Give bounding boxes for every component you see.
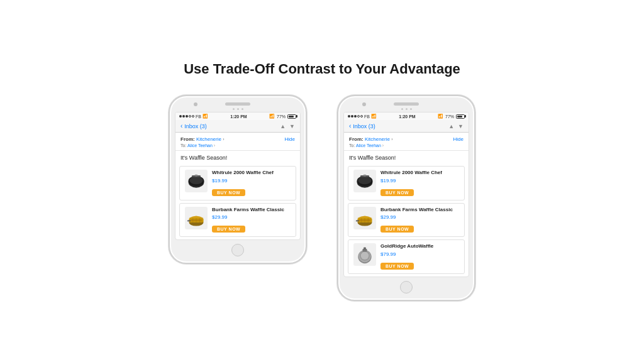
product-price-right-1: $29.99 [380, 214, 459, 220]
dot [233, 108, 235, 110]
svg-point-16 [363, 175, 366, 177]
home-button-right[interactable] [400, 281, 413, 293]
inbox-label-left[interactable]: Inbox (3) [184, 123, 207, 129]
waffle-img-dark-top [186, 171, 207, 191]
nav-back-left[interactable]: ‹ Inbox (3) [180, 123, 207, 129]
battery-fill-right [457, 116, 462, 118]
buy-now-button-left-0[interactable]: BUY NOW [212, 189, 245, 196]
from-name-left[interactable]: Kitchenerie [196, 136, 221, 142]
from-label-right: From: [349, 136, 364, 142]
product-item-left-0: Whitrule 2000 Waffle Chef $19.99 BUY NOW [179, 166, 296, 200]
phone-top-right [343, 102, 469, 106]
dot [401, 108, 403, 110]
product-price-left-0: $19.99 [212, 178, 291, 184]
battery-body-right [456, 114, 465, 119]
status-time-left: 1:20 PM [230, 114, 247, 119]
hide-button-left[interactable]: Hide [285, 136, 295, 142]
email-from-block-right: From: Kitchenerie › To: Alice Teehan › [349, 136, 393, 148]
product-name-left-0: Whitrule 2000 Waffle Chef [212, 170, 291, 176]
page-title: Use Trade-Off Contrast to Your Advantage [184, 61, 460, 77]
to-name-right[interactable]: Alice Teehan [356, 143, 381, 148]
email-to-left: To: Alice Teehan › [180, 143, 225, 148]
to-label-left: To: [180, 143, 186, 148]
home-button-left[interactable] [231, 244, 244, 256]
hide-button-right[interactable]: Hide [453, 136, 464, 142]
to-name-left[interactable]: Alice Teehan [187, 143, 213, 148]
product-item-right-0: Whitrule 2000 Waffle Chef $19.99 BUY NOW [348, 166, 465, 200]
chevron-left-icon-right: ‹ [349, 123, 351, 129]
dot [242, 108, 243, 110]
product-price-left-1: $29.99 [212, 214, 291, 220]
buy-now-button-right-2[interactable]: BUY NOW [380, 263, 414, 270]
svg-point-27 [361, 252, 369, 260]
waffle-img-open-golden-right [354, 208, 375, 228]
phones-container: FB 📶 1:20 PM 📶 77% ‹ [169, 95, 475, 300]
waffle-img-dark-top-right [354, 171, 375, 191]
to-label-right: To: [349, 143, 355, 148]
status-right-left: 📶 77% [269, 114, 296, 119]
from-chevron-left: › [223, 137, 224, 141]
signal-dot [351, 115, 353, 118]
to-chevron-right: › [382, 143, 384, 148]
nav-bar-right[interactable]: ‹ Inbox (3) ▲ ▼ [344, 120, 469, 133]
phone-bottom-left [175, 244, 301, 256]
from-name-right[interactable]: Kitchenerie [365, 136, 390, 142]
inbox-label-right[interactable]: Inbox (3) [353, 123, 375, 129]
product-info-right-1: Burbank Farms Waffle Classic $29.99 BUY … [380, 207, 459, 233]
battery-icon-left [287, 114, 296, 119]
phone-dots-right [343, 108, 469, 110]
svg-point-2 [189, 177, 203, 184]
email-to-right: To: Alice Teehan › [349, 143, 393, 148]
signal-dots [179, 115, 194, 118]
status-time-right: 1:20 PM [399, 114, 415, 119]
email-from-right: From: Kitchenerie › [349, 136, 393, 142]
nav-back-right[interactable]: ‹ Inbox (3) [349, 123, 375, 129]
bluetooth-icon: 📶 [269, 114, 275, 119]
nav-bar-left[interactable]: ‹ Inbox (3) ▲ ▼ [175, 120, 300, 133]
up-arrow-left[interactable]: ▲ [280, 123, 286, 129]
buy-now-button-right-0[interactable]: BUY NOW [380, 189, 414, 196]
nav-arrows-right: ▲ ▼ [448, 123, 464, 129]
chevron-left-icon: ‹ [180, 123, 182, 129]
product-img-left-0 [185, 170, 208, 192]
product-info-right-2: GoldRidge AutoWaffle $79.99 BUY NOW [380, 243, 459, 270]
from-chevron-right: › [391, 137, 392, 141]
email-header-right: From: Kitchenerie › To: Alice Teehan › H… [344, 133, 469, 151]
product-info-left-0: Whitrule 2000 Waffle Chef $19.99 BUY NOW [212, 170, 291, 196]
buy-now-button-right-1[interactable]: BUY NOW [380, 226, 414, 233]
signal-dots-right [348, 115, 363, 118]
battery-icon-right [456, 114, 465, 119]
svg-rect-29 [364, 248, 366, 250]
product-img-right-2 [353, 243, 376, 266]
phone-left: FB 📶 1:20 PM 📶 77% ‹ [169, 95, 307, 264]
buy-now-button-left-1[interactable]: BUY NOW [212, 226, 245, 233]
dot [410, 108, 412, 110]
dot [237, 108, 239, 110]
carrier-label: FB [196, 114, 201, 119]
product-price-right-0: $19.99 [380, 178, 459, 184]
phone-right: FB 📶 1:20 PM 📶 77% ‹ [337, 95, 475, 300]
product-info-left-1: Burbank Farms Waffle Classic $29.99 BUY … [212, 207, 291, 233]
up-arrow-right[interactable]: ▲ [448, 123, 454, 129]
email-subject-right: It's Waffle Season! [344, 151, 469, 163]
speaker-right [394, 102, 419, 106]
dot [406, 108, 408, 110]
battery-body [287, 114, 296, 119]
email-subject-left: It's Waffle Season! [175, 151, 300, 163]
status-left-right: FB 📶 [348, 114, 377, 119]
product-item-left-1: Burbank Farms Waffle Classic $29.99 BUY … [179, 203, 296, 237]
battery-pct-right: 77% [445, 114, 454, 119]
signal-dot [179, 115, 182, 118]
product-info-right-0: Whitrule 2000 Waffle Chef $19.99 BUY NOW [380, 170, 459, 196]
battery-fill [289, 116, 294, 118]
product-name-left-1: Burbank Farms Waffle Classic [212, 207, 291, 213]
down-arrow-left[interactable]: ▼ [289, 123, 295, 129]
status-bar-left: FB 📶 1:20 PM 📶 77% [175, 112, 300, 120]
product-item-right-2: GoldRidge AutoWaffle $79.99 BUY NOW [348, 239, 465, 273]
signal-dot [182, 115, 185, 118]
signal-dot [354, 115, 357, 118]
signal-dot-empty [360, 115, 363, 118]
down-arrow-right[interactable]: ▼ [458, 123, 464, 129]
email-from-block-left: From: Kitchenerie › To: Alice Teehan › [180, 136, 225, 148]
product-img-right-0 [353, 170, 376, 192]
